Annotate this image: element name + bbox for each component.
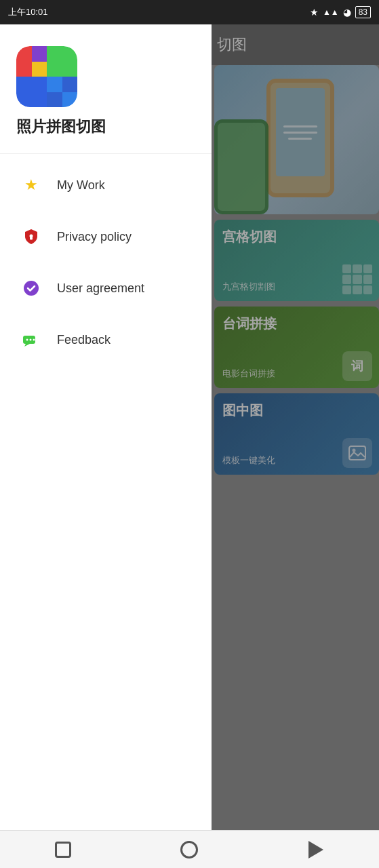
feedback-icon <box>19 328 43 352</box>
nav-back-button[interactable] <box>296 836 336 863</box>
status-time: 上午10:01 <box>8 6 48 18</box>
svg-point-7 <box>30 339 32 341</box>
menu-label-my-work: My Work <box>57 178 105 193</box>
bluetooth-icon: ★ <box>310 7 319 18</box>
menu-item-user-agreement[interactable]: User agreement <box>0 262 212 314</box>
check-circle-icon <box>19 276 43 300</box>
nav-home-button[interactable] <box>169 836 210 863</box>
shield-icon <box>19 224 43 249</box>
status-bar: 上午10:01 ★ ▲▲ ◕ 83 <box>0 0 379 24</box>
svg-point-4 <box>24 281 39 296</box>
app-icon-grid <box>16 46 77 107</box>
star-icon: ★ <box>19 173 43 197</box>
status-icons: ★ ▲▲ ◕ 83 <box>310 6 371 18</box>
menu-item-my-work[interactable]: ★ My Work <box>0 159 212 211</box>
drawer-header: 照片拼图切图 <box>0 24 212 154</box>
menu-label-privacy-policy: Privacy policy <box>57 230 132 244</box>
svg-point-6 <box>26 339 28 341</box>
app-background: 切图 <box>0 24 379 844</box>
menu-item-privacy-policy[interactable]: Privacy policy <box>0 211 212 262</box>
menu-item-feedback[interactable]: Feedback <box>0 314 212 366</box>
app-icon <box>16 46 77 107</box>
nav-triangle-icon <box>308 841 323 859</box>
svg-point-8 <box>33 339 35 341</box>
wifi-icon: ◕ <box>343 7 351 18</box>
menu-label-user-agreement: User agreement <box>57 281 144 296</box>
menu-label-feedback: Feedback <box>57 333 111 347</box>
app-name: 照片拼图切图 <box>16 117 195 137</box>
navigation-drawer: 照片拼图切图 ★ My Work <box>0 24 212 844</box>
battery-icon: 83 <box>355 6 371 18</box>
nav-square-button[interactable] <box>43 836 83 863</box>
nav-square-icon <box>55 842 71 858</box>
drawer-menu: ★ My Work Privacy policy <box>0 154 212 844</box>
signal-icon: ▲▲ <box>323 7 339 17</box>
navigation-bar <box>0 830 379 868</box>
nav-circle-icon <box>180 841 198 859</box>
svg-rect-3 <box>30 237 33 240</box>
